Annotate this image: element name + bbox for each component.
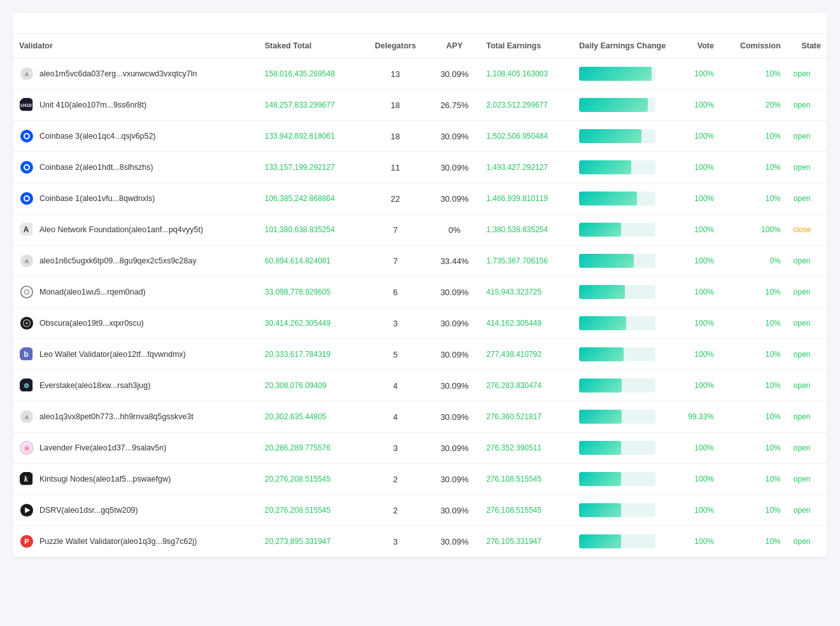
col-total-earnings[interactable]: Total Earnings — [480, 34, 573, 59]
total-earnings-cell-11: 276,360.521817 — [480, 401, 573, 433]
commission-cell-13: 10% — [720, 464, 787, 495]
svg-text:⚙: ⚙ — [24, 382, 29, 389]
table-row[interactable]: P Puzzle Wallet Validator(aleo1q3g...9sg… — [13, 526, 827, 557]
col-vote[interactable]: Vote — [672, 34, 720, 59]
apy-cell-14: 30.09% — [429, 495, 480, 526]
bar-fill-14 — [579, 503, 621, 517]
total-earnings-cell-2: 1,502,506.950484 — [480, 121, 573, 152]
vote-cell-2: 100% — [672, 121, 720, 152]
bar-bg-0 — [579, 67, 655, 81]
total-earnings-cell-5: 1,380,538.835254 — [480, 214, 573, 246]
commission-cell-6: 0% — [720, 246, 787, 277]
validator-icon-12: 🌸 — [19, 440, 34, 456]
delegators-cell-0: 13 — [362, 59, 430, 90]
bar-cell-15 — [573, 526, 672, 557]
validator-icon-13: k — [19, 471, 34, 487]
table-row[interactable]: b Leo Wallet Validator(aleo12tf...fqvwnd… — [13, 339, 827, 370]
delegators-cell-3: 11 — [362, 152, 430, 183]
delegators-cell-7: 6 — [362, 277, 430, 308]
delegators-cell-13: 2 — [362, 464, 430, 495]
state-cell-9: open — [787, 339, 827, 370]
validator-icon-10: ⚙ — [19, 378, 34, 393]
svg-point-4 — [20, 130, 33, 143]
total-earnings-cell-12: 276,352.390511 — [480, 433, 573, 464]
staked-cell-2: 133,942,892.618061 — [258, 121, 361, 152]
staked-cell-4: 106,385,242.868864 — [258, 183, 361, 214]
table-row[interactable]: Monad(aleo1wu5...rqem0nad) 33,098,778.92… — [13, 277, 827, 308]
validator-name-12: Lavender Five(aleo1d37...9salav5n) — [39, 443, 166, 452]
delegators-cell-10: 4 — [362, 370, 430, 401]
bar-cell-6 — [573, 246, 672, 277]
state-cell-14: open — [787, 495, 827, 526]
bar-fill-13 — [579, 472, 621, 486]
table-row[interactable]: U410 Unit 410(aleo107m...9ss6nr8t) 148,2… — [13, 90, 827, 121]
commission-cell-5: 100% — [720, 214, 787, 246]
table-row[interactable]: Coinbase 1(aleo1vfu...8qwdnxls) 106,385,… — [13, 183, 827, 214]
svg-point-12 — [24, 289, 29, 294]
table-row[interactable]: A aleo1m5vc6da037erg...vxunwcwd3vxqtcy7l… — [13, 59, 827, 90]
panel-title — [13, 13, 827, 34]
validator-cell-2: Coinbase 3(aleo1qc4...qsjv6p52) — [13, 121, 258, 152]
staked-cell-14: 20,276,208.515545 — [258, 495, 361, 526]
state-cell-15: open — [787, 526, 827, 557]
col-apy[interactable]: APY — [429, 34, 480, 59]
col-state[interactable]: State — [787, 34, 827, 59]
delegators-cell-4: 22 — [362, 183, 430, 214]
table-row[interactable]: Obscura(aleo19t9...xqxr0scu) 30,414,262.… — [13, 308, 827, 339]
table-row[interactable]: A aleo1n6c5ugxk6tp09...8gu9qex2c5xs9c28a… — [13, 246, 827, 277]
delegators-cell-2: 18 — [362, 121, 430, 152]
table-row[interactable]: A Aleo Network Foundation(aleo1anf...pq4… — [13, 214, 827, 246]
delegators-cell-5: 7 — [362, 214, 430, 246]
total-earnings-cell-4: 1,466,939.810119 — [480, 183, 573, 214]
validator-cell-3: Coinbase 2(aleo1hdt...8slhszhs) — [13, 152, 258, 183]
bar-cell-8 — [573, 308, 672, 339]
commission-cell-8: 10% — [720, 308, 787, 339]
staked-cell-0: 158,016,435.269548 — [258, 59, 361, 90]
validator-cell-6: A aleo1n6c5ugxk6tp09...8gu9qex2c5xs9c28a… — [13, 246, 258, 277]
svg-text:A: A — [25, 258, 29, 265]
col-delegators[interactable]: Delegators — [362, 34, 430, 59]
apy-cell-4: 30.09% — [429, 183, 480, 214]
state-cell-2: open — [787, 121, 827, 152]
bar-bg-1 — [579, 98, 655, 112]
table-row[interactable]: Coinbase 3(aleo1qc4...qsjv6p52) 133,942,… — [13, 121, 827, 152]
validator-name-14: DSRV(aleo1dsr...gq5tw209) — [39, 506, 138, 515]
col-daily-earnings[interactable]: Daily Earnings Change — [573, 34, 672, 59]
bar-cell-14 — [573, 495, 672, 526]
staked-cell-11: 20,302,635.44805 — [258, 401, 361, 433]
table-row[interactable]: k Kintsugi Nodes(aleo1af5...pswaefgw) 20… — [13, 464, 827, 495]
validator-cell-7: Monad(aleo1wu5...rqem0nad) — [13, 277, 258, 308]
commission-cell-4: 10% — [720, 183, 787, 214]
validators-panel: Validator Staked Total Delegators APY To… — [13, 13, 827, 557]
table-row[interactable]: DSRV(aleo1dsr...gq5tw209) 20,276,208.515… — [13, 495, 827, 526]
col-staked[interactable]: Staked Total — [258, 34, 361, 59]
delegators-cell-12: 3 — [362, 433, 430, 464]
state-cell-11: open — [787, 401, 827, 433]
table-row[interactable]: A aleo1q3vx8pet0h773...hh9rnva8q5gsskve3… — [13, 401, 827, 433]
bar-bg-14 — [579, 503, 655, 517]
bar-cell-2 — [573, 121, 672, 152]
table-wrapper: Validator Staked Total Delegators APY To… — [13, 34, 827, 557]
delegators-cell-1: 18 — [362, 90, 430, 121]
vote-cell-14: 100% — [672, 495, 720, 526]
commission-cell-14: 10% — [720, 495, 787, 526]
validator-cell-8: Obscura(aleo19t9...xqxr0scu) — [13, 308, 258, 339]
state-cell-13: open — [787, 464, 827, 495]
validator-name-8: Obscura(aleo19t9...xqxr0scu) — [39, 319, 144, 328]
commission-cell-15: 10% — [720, 526, 787, 557]
validator-icon-9: b — [19, 347, 34, 362]
validator-icon-14 — [19, 503, 34, 518]
col-validator: Validator — [13, 34, 258, 59]
vote-cell-4: 100% — [672, 183, 720, 214]
table-row[interactable]: Coinbase 2(aleo1hdt...8slhszhs) 133,157,… — [13, 152, 827, 183]
commission-cell-10: 10% — [720, 370, 787, 401]
delegators-cell-15: 3 — [362, 526, 430, 557]
table-row[interactable]: ⚙ Everstake(aleo18xw...rsah3jug) 20,308,… — [13, 370, 827, 401]
state-cell-10: open — [787, 370, 827, 401]
col-commission[interactable]: Comission — [720, 34, 787, 59]
bar-cell-4 — [573, 183, 672, 214]
table-row[interactable]: 🌸 Lavender Five(aleo1d37...9salav5n) 20,… — [13, 433, 827, 464]
total-earnings-cell-1: 2,023,512.299677 — [480, 90, 573, 121]
svg-point-5 — [20, 161, 33, 174]
commission-cell-2: 10% — [720, 121, 787, 152]
